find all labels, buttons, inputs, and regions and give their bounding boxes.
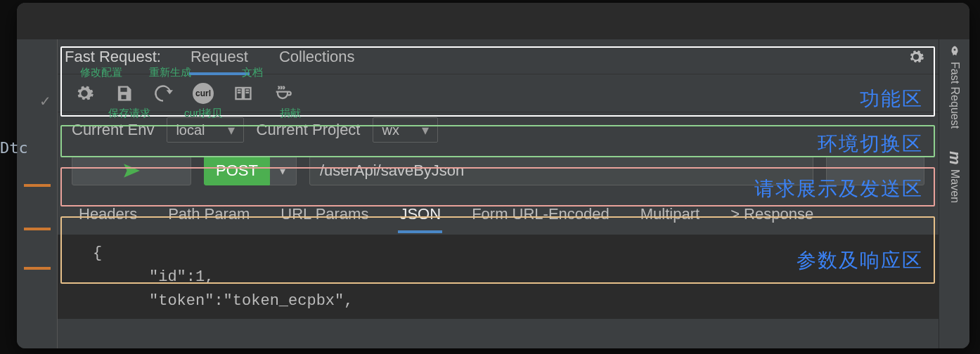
gear-icon xyxy=(75,84,94,103)
gutter-highlight xyxy=(24,228,51,230)
url-trailing-box[interactable] xyxy=(826,156,924,185)
json-line: "token":"token_ecpbx", xyxy=(93,289,903,313)
panel-title: Fast Request: xyxy=(65,48,161,66)
gear-icon xyxy=(908,48,924,65)
json-line: "id":1, xyxy=(93,266,903,289)
chevron-down-icon: ▾ xyxy=(228,122,235,138)
tool-settings[interactable] xyxy=(75,84,94,103)
env-select-value: local xyxy=(176,122,205,138)
tool-curl[interactable]: curl xyxy=(193,83,214,104)
env-label: Current Env xyxy=(72,121,154,139)
send-row: POST ▾ xyxy=(58,148,939,194)
tool-regenerate[interactable] xyxy=(153,84,173,103)
gutter-highlight xyxy=(24,267,51,270)
json-body-editor[interactable]: { "id":1, "token":"token_ecpbx", xyxy=(58,235,939,319)
method-select[interactable]: POST ▾ xyxy=(204,156,297,185)
send-button[interactable] xyxy=(72,156,191,185)
gutter xyxy=(17,39,58,348)
project-label: Current Project xyxy=(257,121,361,139)
ide-window: Fast Request m Maven ✓ Fast Request: Req… xyxy=(17,3,969,348)
coffee-icon xyxy=(273,84,292,103)
send-icon xyxy=(122,162,141,180)
editor-top-dark-bar xyxy=(17,3,969,39)
url-input[interactable] xyxy=(309,156,813,185)
tab-request[interactable]: Request xyxy=(189,45,250,69)
curl-icon: curl xyxy=(193,83,214,104)
tab-collections[interactable]: Collections xyxy=(278,45,356,69)
chevron-down-icon: ▾ xyxy=(422,122,429,138)
json-line: { xyxy=(93,244,102,262)
maven-m-icon: m xyxy=(946,151,964,165)
param-tabs: Headers Path Param URL Params JSON Form … xyxy=(58,194,939,235)
save-icon xyxy=(114,84,134,103)
project-select-value: wx xyxy=(382,122,399,138)
tool-donate[interactable] xyxy=(273,84,292,103)
panel-settings-button[interactable] xyxy=(908,48,924,65)
rail-fast-request-label: Fast Request xyxy=(948,62,961,129)
env-row: Current Env local ▾ Current Project wx ▾ xyxy=(58,112,939,148)
book-icon xyxy=(233,84,253,103)
tab-url-params[interactable]: URL Params xyxy=(279,202,370,226)
tab-form-url-encoded[interactable]: Form URL-Encoded xyxy=(470,202,611,226)
rocket-icon xyxy=(948,45,961,58)
panel-header: Fast Request: Request Collections xyxy=(58,39,939,74)
editor-partial-text: Dtc xyxy=(0,139,28,157)
refresh-icon xyxy=(153,84,173,103)
project-select[interactable]: wx ▾ xyxy=(373,117,437,143)
rail-maven-label: Maven xyxy=(948,169,961,203)
toolbar: curl xyxy=(58,74,939,112)
gutter-highlight xyxy=(24,184,51,187)
tab-multipart[interactable]: Multipart xyxy=(639,202,701,226)
tool-doc[interactable] xyxy=(233,84,253,103)
tab-json[interactable]: JSON xyxy=(398,202,442,226)
tool-save[interactable] xyxy=(114,84,134,103)
tab-response[interactable]: > Response xyxy=(729,202,815,226)
chevron-down-icon[interactable]: ▾ xyxy=(270,156,297,185)
rail-fast-request[interactable]: Fast Request xyxy=(948,45,961,129)
env-select[interactable]: local ▾ xyxy=(167,117,243,143)
right-tool-rail: Fast Request m Maven xyxy=(939,39,969,348)
tab-headers[interactable]: Headers xyxy=(77,202,138,226)
rail-maven[interactable]: m Maven xyxy=(946,151,964,203)
tab-path-param[interactable]: Path Param xyxy=(167,202,251,226)
method-value: POST xyxy=(204,156,270,185)
fast-request-panel: Fast Request: Request Collections curl xyxy=(58,39,939,348)
gutter-check-icon: ✓ xyxy=(39,93,51,110)
